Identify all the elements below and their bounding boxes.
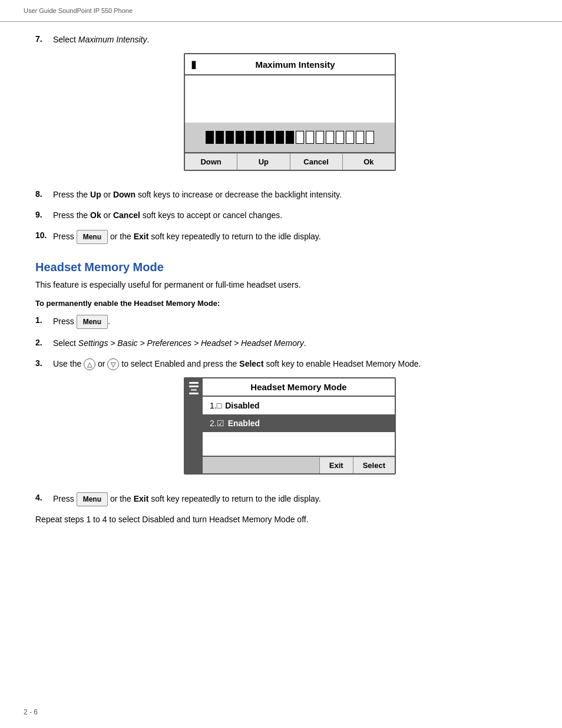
headset-screen-title: Headset Memory Mode — [209, 382, 389, 392]
step-8: 8. Press the Up or Down soft keys to inc… — [35, 189, 527, 201]
step-10-number: 10. — [35, 230, 53, 240]
page-header: User Guide SoundPoint IP 550 Phone — [0, 0, 562, 22]
slider-block — [286, 131, 294, 144]
step-7-text: Select Maximum Intensity. — [53, 35, 149, 44]
hmm-step-3-body: Use the or to select Enabled and press t… — [53, 358, 527, 484]
item-number-1: 1.□ — [210, 401, 222, 410]
headset-btn-select[interactable]: Select — [353, 457, 395, 473]
step-7-number: 7. — [35, 34, 53, 44]
hmm-step-2-text: Select Settings > Basic > Preferences > … — [53, 338, 306, 348]
icon-bar-2 — [189, 386, 199, 387]
screen-title-bar: ▮ Maximum Intensity — [185, 54, 395, 75]
hmm-step-1-body: Press Menu. — [53, 315, 527, 329]
item-label-disabled: Disabled — [225, 401, 259, 410]
max-intensity-screen: ▮ Maximum Intensity — [184, 53, 396, 171]
item-label-enabled: Enabled — [228, 419, 260, 428]
screen-phone-icon: ▮ — [191, 58, 197, 71]
slider-block — [226, 131, 234, 144]
screen-buttons: Down Up Cancel Ok — [185, 152, 395, 170]
step-8-number: 8. — [35, 189, 53, 199]
slider-block-empty — [306, 131, 314, 144]
hmm-step-3-number: 3. — [35, 358, 53, 368]
step-10: 10. Press Menu or the Exit soft key repe… — [35, 230, 527, 244]
step-9-number: 9. — [35, 209, 53, 219]
down-arrow-icon — [107, 358, 119, 370]
hmm-step-4-body: Press Menu or the Exit soft key repeated… — [53, 492, 527, 506]
slider-block — [216, 131, 224, 144]
headset-screen-list: 1.□ Disabled 2.☑ Enabled — [203, 397, 395, 456]
step-9-body: Press the Ok or Cancel soft keys to acce… — [53, 209, 527, 222]
step-8-text: Press the Up or Down soft keys to increa… — [53, 190, 342, 199]
slider-block-empty — [326, 131, 334, 144]
slider-block-empty — [366, 131, 374, 144]
screen-btn-up[interactable]: Up — [237, 153, 290, 170]
headset-screen-buttons: Exit Select — [203, 456, 395, 473]
headset-memory-screen: Headset Memory Mode 1.□ Disabled 2.☑ Ena… — [184, 377, 396, 475]
screen-main-area: Headset Memory Mode 1.□ Disabled 2.☑ Ena… — [203, 378, 395, 473]
slider-block — [256, 131, 264, 144]
hmm-step-4: 4. Press Menu or the Exit soft key repea… — [35, 492, 527, 506]
header-title: User Guide SoundPoint IP 550 Phone — [24, 7, 133, 14]
hmm-step-2: 2. Select Settings > Basic > Preferences… — [35, 337, 527, 350]
page-footer: 2 - 6 — [24, 708, 38, 716]
step-9-text: Press the Ok or Cancel soft keys to acce… — [53, 210, 282, 220]
hmm-step-1: 1. Press Menu. — [35, 315, 527, 329]
slider-block — [266, 131, 274, 144]
slider-block — [236, 131, 244, 144]
subsection-heading: To permanently enable the Headset Memory… — [35, 299, 527, 308]
up-arrow-icon — [84, 358, 95, 370]
menu-button-10[interactable]: Menu — [77, 230, 108, 244]
slider-area — [185, 123, 395, 152]
icon-bar-3 — [191, 389, 197, 391]
slider-block — [276, 131, 284, 144]
icon-bar-4 — [189, 393, 199, 394]
screen-body — [185, 75, 395, 123]
screen-btn-cancel[interactable]: Cancel — [290, 153, 343, 170]
menu-button-hmm1[interactable]: Menu — [77, 315, 108, 329]
slider-block-empty — [346, 131, 354, 144]
slider-block-empty — [316, 131, 324, 144]
hmm-step-2-body: Select Settings > Basic > Preferences > … — [53, 337, 527, 350]
hmm-step-4-number: 4. — [35, 492, 53, 502]
step-10-text: Press Menu or the Exit soft key repeated… — [53, 232, 321, 241]
left-sidebar-icon — [185, 378, 203, 473]
step-8-body: Press the Up or Down soft keys to increa… — [53, 189, 527, 201]
menu-button-hmm4[interactable]: Menu — [77, 492, 108, 506]
headset-list-item-disabled: 1.□ Disabled — [203, 397, 395, 414]
slider-block — [246, 131, 254, 144]
hmm-step-1-number: 1. — [35, 315, 53, 325]
screen-with-sidebar: Headset Memory Mode 1.□ Disabled 2.☑ Ena… — [185, 378, 395, 473]
screen-btn-ok[interactable]: Ok — [343, 153, 395, 170]
repeat-text: Repeat steps 1 to 4 to select Disabled a… — [35, 515, 527, 524]
step-7: 7. Select Maximum Intensity. ▮ Maximum I… — [35, 34, 527, 180]
screen-btn-down[interactable]: Down — [185, 153, 237, 170]
item-number-2: 2.☑ — [210, 419, 224, 428]
slider-block-empty — [356, 131, 364, 144]
step-7-body: Select Maximum Intensity. ▮ Maximum Inte… — [53, 34, 527, 180]
slider-block-empty — [296, 131, 304, 144]
headset-btn-exit[interactable]: Exit — [319, 457, 353, 473]
hmm-step-4-text: Press Menu or the Exit soft key repeated… — [53, 494, 321, 503]
hmm-step-3-text: Use the or to select Enabled and press t… — [53, 359, 421, 368]
hmm-step-1-text: Press Menu. — [53, 317, 110, 326]
section-heading-headset: Headset Memory Mode — [35, 261, 527, 274]
content-area: 7. Select Maximum Intensity. ▮ Maximum I… — [0, 22, 562, 548]
slider-block-empty — [336, 131, 344, 144]
step-10-body: Press Menu or the Exit soft key repeated… — [53, 230, 527, 244]
hmm-step-2-number: 2. — [35, 337, 53, 347]
hmm-step-3: 3. Use the or to select Enabled and pres… — [35, 358, 527, 484]
step-9: 9. Press the Ok or Cancel soft keys to a… — [35, 209, 527, 222]
section-intro-text: This feature is especially useful for pe… — [35, 280, 527, 289]
slider-block — [206, 131, 214, 144]
icon-bar-1 — [189, 382, 199, 384]
screen-title-text: Maximum Intensity — [201, 60, 389, 70]
slider-blocks — [206, 131, 374, 144]
list-spacer — [203, 432, 395, 456]
page-number: 2 - 6 — [24, 708, 38, 716]
headset-list-item-enabled: 2.☑ Enabled — [203, 414, 395, 432]
headset-screen-title-bar: Headset Memory Mode — [203, 378, 395, 397]
